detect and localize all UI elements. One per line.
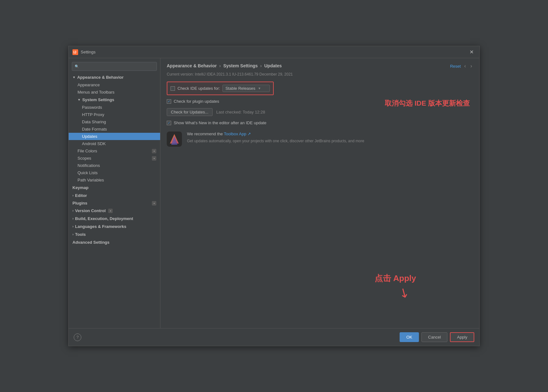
vc-arrow: ›: [72, 209, 73, 212]
annotation-arrow: ↘: [396, 284, 413, 302]
footer-buttons: OK Cancel Apply: [400, 332, 474, 342]
sidebar-item-plugins[interactable]: Plugins ▪: [69, 199, 160, 207]
breadcrumb-part1: Appearance & Behavior: [167, 63, 217, 68]
dropdown-arrow-icon: ▼: [258, 87, 261, 90]
main-content: Appearance & Behavior › System Settings …: [160, 58, 479, 328]
reset-button[interactable]: Reset: [450, 64, 461, 69]
title-bar: IJ Settings ✕: [69, 46, 479, 58]
check-updates-button[interactable]: Check for Updates...: [167, 108, 213, 116]
breadcrumb-sep2: ›: [260, 63, 262, 68]
check-ide-row: Check IDE updates for: Stable Releases ▼: [167, 82, 274, 95]
dropdown-value: Stable Releases: [225, 86, 255, 91]
annotation-text-2: 点击 Apply: [375, 273, 416, 284]
dialog-footer: ? OK Cancel Apply: [69, 328, 479, 346]
sidebar-item-editor[interactable]: › Editor: [69, 192, 160, 199]
stable-releases-dropdown[interactable]: Stable Releases ▼: [222, 85, 270, 92]
sidebar-item-notifications[interactable]: Notifications: [69, 162, 160, 169]
sidebar-item-build[interactable]: › Build, Execution, Deployment: [69, 215, 160, 223]
sidebar-item-date-formats[interactable]: Date Formats: [69, 126, 160, 133]
breadcrumb-part2: System Settings: [223, 63, 258, 68]
sidebar-item-http-proxy[interactable]: HTTP Proxy: [69, 111, 160, 118]
show-whats-new-label: Show What's New in the editor after an I…: [174, 120, 266, 125]
plugins-badge: ▪: [152, 201, 156, 205]
breadcrumb-current: Updates: [264, 63, 282, 68]
breadcrumb: Appearance & Behavior › System Settings …: [167, 63, 473, 68]
sidebar-item-advanced-settings[interactable]: Advanced Settings: [69, 238, 160, 246]
check-updates-row: Check for Updates... Last checked: Today…: [167, 108, 473, 116]
svg-text:IJ: IJ: [73, 50, 76, 54]
sidebar-item-passwords[interactable]: Passwords: [69, 104, 160, 111]
toolbox-text: We recommend the Toolbox App ↗ Get updat…: [187, 132, 364, 144]
scopes-badge: ▪: [152, 156, 156, 161]
file-colors-badge: ▪: [152, 149, 156, 153]
header-actions: Reset ‹ ›: [450, 63, 473, 69]
show-whats-new-checkbox[interactable]: [167, 121, 171, 125]
toolbox-section: We recommend the Toolbox App ↗ Get updat…: [167, 132, 473, 147]
dialog-title: Settings: [81, 50, 468, 54]
sidebar: 🔍 ▼ Appearance & Behavior Appearance Men…: [69, 58, 160, 328]
settings-dialog: IJ Settings ✕ 🔍 ▼ Appearance & Behavior …: [68, 46, 480, 346]
sidebar-item-path-variables[interactable]: Path Variables: [69, 176, 160, 184]
check-ide-label: Check IDE updates for:: [177, 86, 220, 91]
sidebar-item-version-control[interactable]: › Version Control ▪: [69, 207, 160, 215]
back-button[interactable]: ‹: [463, 63, 467, 69]
check-ide-checkbox-wrapper[interactable]: [171, 86, 175, 91]
sidebar-item-quick-lists[interactable]: Quick Lists: [69, 169, 160, 176]
app-icon: IJ: [72, 49, 78, 55]
apply-button[interactable]: Apply: [450, 332, 474, 342]
toolbox-link[interactable]: Toolbox App ↗: [224, 132, 251, 136]
sidebar-item-menus-toolbars[interactable]: Menus and Toolbars: [69, 89, 160, 96]
help-button[interactable]: ?: [74, 334, 81, 341]
annotation-text-1: 取消勾选 IDE 版本更新检查: [385, 99, 470, 108]
search-box[interactable]: 🔍: [72, 62, 157, 71]
lang-arrow: ›: [72, 225, 73, 228]
sidebar-item-android-sdk[interactable]: Android SDK: [69, 140, 160, 147]
show-whats-new-row: Show What's New in the editor after an I…: [167, 120, 473, 125]
toolbox-title: We recommend the Toolbox App ↗: [187, 132, 364, 136]
sidebar-item-keymap[interactable]: Keymap: [69, 184, 160, 192]
sidebar-item-file-colors[interactable]: File Colors ▪: [69, 147, 160, 155]
version-info: Current version: IntelliJ IDEA 2021.3.1 …: [167, 72, 473, 77]
sidebar-item-languages[interactable]: › Languages & Frameworks: [69, 223, 160, 230]
check-plugin-checkbox[interactable]: [167, 99, 171, 104]
tools-arrow: ›: [72, 233, 73, 236]
ok-button[interactable]: OK: [400, 332, 419, 342]
sidebar-item-updates[interactable]: Updates: [69, 133, 160, 140]
cancel-button[interactable]: Cancel: [421, 332, 447, 342]
sidebar-item-scopes[interactable]: Scopes ▪: [69, 155, 160, 162]
sidebar-group-appearance-behavior[interactable]: ▼ Appearance & Behavior: [69, 73, 160, 81]
toolbox-description: Get updates automatically, open your pro…: [187, 138, 364, 144]
sidebar-group-label: Appearance & Behavior: [77, 75, 124, 80]
toolbox-icon: [167, 132, 182, 147]
sidebar-item-data-sharing[interactable]: Data Sharing: [69, 118, 160, 126]
check-ide-checkbox[interactable]: [171, 86, 175, 91]
breadcrumb-sep1: ›: [219, 63, 221, 68]
editor-arrow: ›: [72, 194, 73, 197]
expand-arrow: ▼: [72, 76, 76, 79]
check-plugin-label: Check for plugin updates: [174, 99, 219, 104]
sidebar-item-appearance[interactable]: Appearance: [69, 81, 160, 89]
vc-badge: ▪: [108, 209, 113, 213]
build-arrow: ›: [72, 217, 73, 220]
search-icon: 🔍: [75, 64, 79, 69]
dialog-body: 🔍 ▼ Appearance & Behavior Appearance Men…: [69, 58, 479, 328]
last-checked-text: Last checked: Today 12:28: [216, 110, 265, 114]
sidebar-item-system-settings[interactable]: ▼ System Settings: [69, 96, 160, 104]
system-settings-arrow: ▼: [78, 98, 81, 101]
forward-button[interactable]: ›: [470, 63, 473, 69]
close-button[interactable]: ✕: [468, 48, 476, 56]
sidebar-item-tools[interactable]: › Tools: [69, 230, 160, 238]
